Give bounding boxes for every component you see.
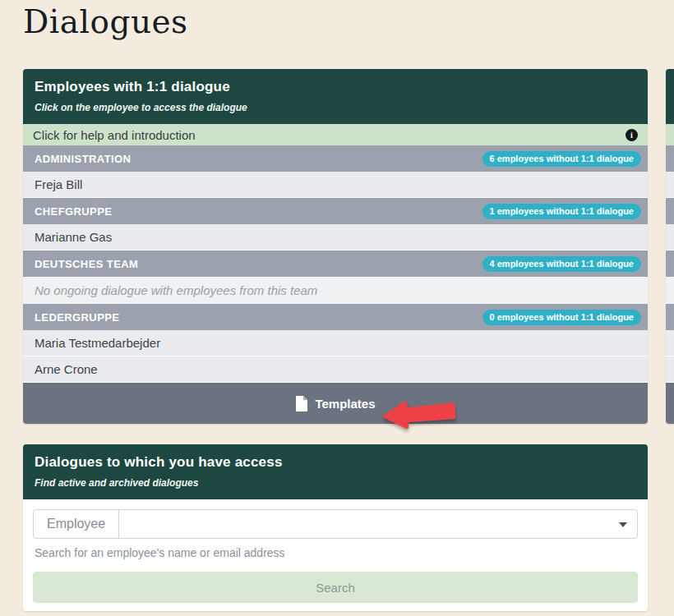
- help-introduction-bar[interactable]: Click for help and introduction i: [666, 124, 674, 145]
- chevron-down-icon: [619, 522, 627, 527]
- team-name: CHEFGRUPPE: [35, 205, 112, 218]
- employees-without-dialogue-badge: 4 employees without 1:1 dialogue: [482, 256, 641, 272]
- employees-card-header: Employees with 1:1 dialogue Click on the…: [666, 69, 674, 124]
- employee-row[interactable]: Maria Testmedarbejder: [23, 330, 648, 356]
- empty-team-message: No ongoing dialogue with employees from …: [23, 277, 648, 304]
- employee-search-helper-text: Search for an employee's name or email a…: [35, 546, 636, 559]
- team-header-chefgruppe: CHEFGRUPPE1 employees without 1:1 dialog…: [666, 198, 674, 224]
- team-header-chefgruppe: CHEFGRUPPE1 employees without 1:1 dialog…: [23, 198, 648, 224]
- team-header-ledergruppe: LEDERGRUPPE0 employees without 1:1 dialo…: [23, 304, 648, 330]
- employee-select-group: Employee: [33, 509, 638, 539]
- templates-button-label: Templates: [315, 397, 375, 411]
- access-dialogues-card: Dialogues to which you have access Find …: [23, 444, 648, 611]
- employees-without-dialogue-badge: 0 employees without 1:1 dialogue: [482, 310, 641, 325]
- team-header-deutsches-team: DEUTSCHES TEAM4 employees without 1:1 di…: [23, 251, 648, 277]
- help-introduction-label: Click for help and introduction: [33, 128, 196, 142]
- access-card-subtitle: Find active and archived dialogues: [35, 477, 636, 489]
- search-button[interactable]: Search: [33, 572, 638, 603]
- team-header-ledergruppe: LEDERGRUPPE0 employees without 1:1 dialo…: [666, 304, 674, 330]
- templates-button[interactable]: Templates: [666, 383, 674, 424]
- empty-team-message: No ongoing dialogue with employees from …: [666, 277, 674, 304]
- employee-field-label: Employee: [34, 510, 119, 538]
- employees-card-title: Employees with 1:1 dialogue: [35, 79, 636, 95]
- file-icon: [295, 396, 307, 411]
- info-icon[interactable]: i: [626, 129, 638, 141]
- team-name: LEDERGRUPPE: [35, 311, 119, 324]
- team-header-deutsches-team: DEUTSCHES TEAM4 employees without 1:1 di…: [666, 251, 674, 277]
- teams-list: ADMINISTRATION6 employees without 1:1 di…: [666, 145, 674, 383]
- employees-card-subtitle: Click on the employee to access the dial…: [35, 102, 636, 113]
- page-title: Dialogues: [23, 3, 188, 40]
- employees-card-header: Employees with 1:1 dialogue Click on the…: [23, 69, 648, 124]
- access-card-title: Dialogues to which you have access: [35, 454, 636, 471]
- team-name: DEUTSCHES TEAM: [35, 258, 138, 270]
- dialogues-page: { "page": { "title": "Dialogues" }, "col…: [0, 0, 674, 616]
- employee-row[interactable]: Arne Crone: [666, 356, 674, 383]
- employee-row[interactable]: Freja Bill: [666, 172, 674, 198]
- team-name: ADMINISTRATION: [35, 153, 131, 165]
- employees-dialogue-card: Employees with 1:1 dialogue Click on the…: [23, 69, 648, 424]
- employee-row[interactable]: Freja Bill: [23, 172, 648, 198]
- employees-without-dialogue-badge: 6 employees without 1:1 dialogue: [482, 151, 641, 167]
- teams-list: ADMINISTRATION6 employees without 1:1 di…: [23, 145, 648, 383]
- employee-row[interactable]: Marianne Gas: [23, 224, 648, 251]
- partial-card-right-edge: Employees with 1:1 dialogue Click on the…: [666, 69, 674, 424]
- team-header-administration: ADMINISTRATION6 employees without 1:1 di…: [666, 145, 674, 172]
- team-header-administration: ADMINISTRATION6 employees without 1:1 di…: [23, 145, 648, 172]
- employee-select-input[interactable]: [119, 510, 637, 538]
- employee-row[interactable]: Maria Testmedarbejder: [666, 330, 674, 356]
- employee-row[interactable]: Arne Crone: [23, 356, 648, 383]
- employee-row[interactable]: Marianne Gas: [666, 224, 674, 251]
- employees-without-dialogue-badge: 1 employees without 1:1 dialogue: [482, 204, 641, 219]
- access-card-header: Dialogues to which you have access Find …: [23, 444, 648, 499]
- help-introduction-bar[interactable]: Click for help and introduction i: [23, 124, 648, 145]
- templates-button[interactable]: Templates: [23, 383, 648, 424]
- access-card-body: Employee Search for an employee's name o…: [23, 499, 648, 611]
